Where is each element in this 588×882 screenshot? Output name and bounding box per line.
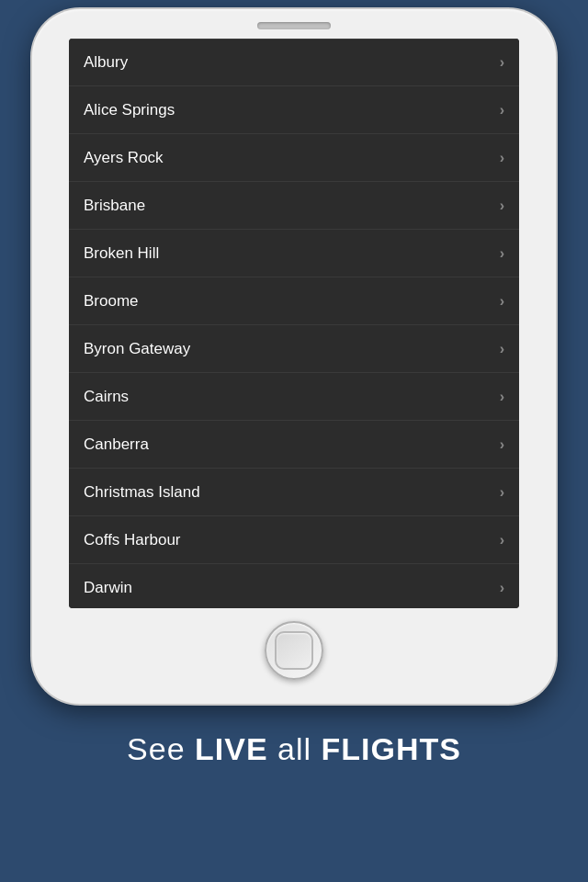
item-label: Christmas Island [84,483,200,502]
item-label: Broken Hill [84,244,159,263]
list-item[interactable]: Darwin› [69,564,519,608]
tagline: See LIVE all FLIGHTS [127,731,461,767]
home-button-inner [275,631,313,670]
list-item[interactable]: Ayers Rock› [69,134,519,182]
list-item[interactable]: Cairns› [69,373,519,421]
chevron-icon: › [500,341,504,357]
list-item[interactable]: Broken Hill› [69,230,519,277]
home-button-area [69,608,519,685]
item-label: Canberra [84,435,149,454]
phone-body: Albury›Alice Springs›Ayers Rock›Brisbane… [32,9,556,704]
phone-wrapper: Albury›Alice Springs›Ayers Rock›Brisbane… [28,9,560,704]
list-item[interactable]: Alice Springs› [69,86,519,134]
list-item[interactable]: Coffs Harbour› [69,516,519,564]
list-item[interactable]: Albury› [69,39,519,86]
chevron-icon: › [500,150,504,166]
item-label: Brisbane [84,197,145,215]
item-label: Alice Springs [84,101,175,119]
chevron-icon: › [500,198,504,214]
chevron-icon: › [500,532,504,548]
chevron-icon: › [500,245,504,262]
chevron-icon: › [500,102,504,119]
chevron-icon: › [500,580,504,596]
phone-speaker [257,22,331,29]
item-label: Darwin [84,579,132,597]
chevron-icon: › [500,484,504,501]
list-item[interactable]: Christmas Island› [69,469,519,516]
screen: Albury›Alice Springs›Ayers Rock›Brisbane… [69,39,519,608]
tagline-area: See LIVE all FLIGHTS [127,731,461,767]
home-button[interactable] [265,621,323,680]
item-label: Broome [84,292,139,311]
list-item[interactable]: Byron Gateway› [69,325,519,373]
list-item[interactable]: Brisbane› [69,182,519,230]
list-container: Albury›Alice Springs›Ayers Rock›Brisbane… [69,39,519,608]
list-item[interactable]: Broome› [69,277,519,325]
chevron-icon: › [500,389,504,405]
list-item[interactable]: Canberra› [69,421,519,469]
item-label: Cairns [84,388,129,406]
chevron-icon: › [500,54,504,71]
chevron-icon: › [500,293,504,310]
item-label: Ayers Rock [84,149,164,167]
chevron-icon: › [500,436,504,453]
item-label: Coffs Harbour [84,531,181,549]
item-label: Byron Gateway [84,340,190,358]
item-label: Albury [84,53,128,72]
